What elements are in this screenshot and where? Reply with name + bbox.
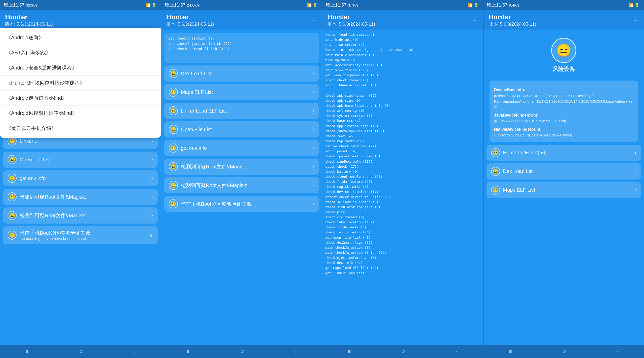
- speed-2: 24.6K/s: [187, 3, 200, 7]
- list-item-boot-fail[interactable]: 😐 当前手机Boot分区签名验证失败 the boot.img maybe ha…: [3, 226, 158, 244]
- risk-avatar-face: 😑: [556, 43, 572, 58]
- smiley-icon-p2-0: 😐: [169, 69, 178, 78]
- chevron-right-p1-5: ›: [151, 194, 153, 200]
- device-base-title: DeviceBaseInfo:: [494, 87, 634, 93]
- list-item-open-file[interactable]: 😐 Open File List ›: [3, 152, 158, 168]
- panel-3-log: hunter load lib success !anti hide api (…: [322, 30, 483, 345]
- list-item-root-1[interactable]: 😐 检测到可疑Root文件&Magisk: ›: [3, 189, 158, 205]
- card-label-p1-4: get env info: [20, 175, 46, 181]
- list-item-p2-openfile[interactable]: 😐 Open File List ›: [164, 121, 319, 137]
- menu-item-android-xmind[interactable]: 《Android逆向进阶xMind》: [0, 91, 161, 106]
- smiley-icon-p2-3: 😐: [169, 125, 178, 134]
- java-fingerprint-value: [a_78b0177d742261d1, b_2753cf418846c7df]: [494, 118, 634, 124]
- signal-3: 📶: [468, 3, 473, 8]
- smiley-icon-p1-2: 😐: [8, 136, 17, 146]
- menu-item-android-sandbox[interactable]: 《Android风控对抗沙箱xMind》: [0, 106, 161, 121]
- menu-icon-2[interactable]: ⋮: [310, 16, 317, 24]
- app-title-3: Hunter: [327, 13, 375, 21]
- panels-container: Hunter 版本: 5.6.3(2024-05-11) 《Android逆向》…: [0, 10, 644, 345]
- time-1: 晚上11:57: [4, 2, 24, 8]
- nav-back-1[interactable]: ‹: [134, 348, 135, 355]
- nav-segment-3: ≡ ○ ‹: [322, 345, 483, 358]
- app-header-3: Hunter 版本: 5.6.3(2024-05-11) ⋮: [322, 10, 483, 30]
- risk-device-section: 😑 风险设备: [487, 33, 641, 78]
- smiley-icon-p1-5: 😐: [8, 192, 17, 201]
- menu-item-android-reverse[interactable]: 《Android逆向》: [0, 30, 161, 45]
- speed-4: 9.4K/s: [509, 3, 520, 7]
- menu-item-moyunteng[interactable]: 《魔云腾云手机介绍》: [0, 121, 161, 136]
- status-bar: 晚上11:57 329K/s 📶 🔋 晚上11:57 24.6K/s 📶 🔋 晚…: [0, 0, 644, 10]
- device-base-value: (release/33)(23013RK75C/Redmi)[TKQ1.2209…: [494, 93, 634, 110]
- list-item-p2-boot[interactable]: 😐 当前手机Boot分区签名验证失败 ›: [164, 196, 319, 212]
- menu-icon-4[interactable]: ⋮: [632, 16, 639, 24]
- smiley-icon-p1-4: 😐: [8, 174, 17, 183]
- list-item-p2-root1[interactable]: 😐 检测到可疑Root文件&Magisk: ›: [164, 159, 319, 175]
- nav-menu-2[interactable]: ≡: [186, 348, 190, 355]
- nav-home-3[interactable]: ○: [401, 348, 405, 355]
- smiley-icon-p2-6: 😐: [169, 181, 178, 190]
- list-item-p4-maps[interactable]: 😐 Maps ELF List ›: [487, 182, 641, 198]
- card-label-p2-5: 检测到可疑Root文件&Magisk:: [181, 163, 248, 170]
- status-segment-2: 晚上11:57 24.6K/s 📶 🔋: [161, 0, 322, 10]
- smiley-icon-p1-6: 😐: [8, 211, 17, 220]
- card-label-p1-3: Open File List: [20, 157, 51, 163]
- list-item-p2-dex[interactable]: 😐 Dex Load List ›: [164, 65, 319, 82]
- nav-menu-1[interactable]: ≡: [25, 348, 29, 355]
- smiley-icon-p1-7: 😐: [8, 231, 17, 240]
- status-segment-1: 晚上11:57 329K/s 📶 🔋: [0, 0, 161, 10]
- battery-3: 🔋: [474, 3, 479, 8]
- card-label-p1-5: 检测到可疑Root文件&Magisk:: [20, 194, 86, 200]
- nav-home-4[interactable]: ○: [562, 348, 566, 355]
- native-fingerprint-value: c_NOv1NC53ND, c_NDo1NTA3Nzd-NDF-PTw/Pi]: [494, 132, 634, 138]
- list-item-get-env[interactable]: 😐 get env info ›: [3, 170, 158, 186]
- nav-menu-3[interactable]: ≡: [347, 348, 351, 355]
- nav-home-1[interactable]: ○: [79, 348, 83, 355]
- device-info-card: DeviceBaseInfo: (release/33)(23013RK75C/…: [490, 81, 638, 142]
- smiley-icon-p2-4: 😐: [169, 144, 178, 153]
- time-2: 晚上11:57: [165, 2, 185, 8]
- chevron-right-p4-0: ›: [635, 150, 636, 156]
- chevron-right-p1-4: ›: [151, 175, 153, 182]
- smiley-icon-p2-1: 😐: [169, 88, 178, 97]
- menu-icon-3[interactable]: ⋮: [471, 16, 478, 24]
- app-subtitle-1: 版本: 5.6.3(2024-05-11): [5, 21, 53, 27]
- list-item-p2-root2[interactable]: 😐 检测到可疑Root文件&Magisk: ›: [164, 177, 319, 193]
- signal-4: 📶: [629, 3, 634, 8]
- list-item-root-2[interactable]: 😐 检测到可疑Root文件&Magisk: ›: [3, 207, 158, 224]
- app-subtitle-3: 版本: 5.6.3(2024-05-11): [327, 21, 375, 27]
- smiley-icon-p4-2: 😐: [491, 186, 500, 195]
- smiley-icon-p1-3: 😐: [8, 155, 17, 164]
- card-label-p2-6: 检测到可疑Root文件&Magisk:: [181, 182, 248, 189]
- list-item-p2-maps[interactable]: 😐 Maps ELF List ›: [164, 84, 319, 100]
- nav-segment-1: ≡ ○ ‹: [0, 345, 161, 358]
- card-label-p2-2: Linker Load ELF List: [181, 108, 227, 114]
- menu-item-hunter-source[interactable]: 《Hunter源码&风控对抗沙箱课程》: [0, 76, 161, 91]
- nav-home-2[interactable]: ○: [240, 348, 244, 355]
- list-item-p2-linker[interactable]: 😐 Linker Load ELF List ›: [164, 103, 319, 119]
- dropdown-menu: 《Android逆向》 《AST入门与实战》 《Android安全&逆向进阶课程…: [0, 28, 161, 138]
- panel-1: Hunter 版本: 5.6.3(2024-05-11) 《Android逆向》…: [0, 10, 161, 345]
- list-item-p4-hunter[interactable]: 😐 HunterInitEvent(56) ›: [487, 145, 641, 161]
- nav-back-2[interactable]: ‹: [295, 348, 296, 355]
- card-sublabel-p1-7: the boot.img maybe have been patched: [20, 236, 90, 241]
- bottom-nav: ≡ ○ ‹ ≡ ○ ‹ ≡ ○ ‹ ≡ ○ ‹: [0, 345, 644, 358]
- time-4: 晚上11:57: [487, 2, 507, 8]
- chevron-right-p2-6: ›: [312, 182, 314, 189]
- chevron-right-p1-2: ›: [151, 138, 153, 144]
- log-full-text-3: hunter load lib success !anti hide api (…: [325, 32, 480, 276]
- menu-item-ast[interactable]: 《AST入门与实战》: [0, 45, 161, 60]
- nav-back-3[interactable]: ‹: [456, 348, 457, 355]
- nav-menu-4[interactable]: ≡: [509, 348, 512, 355]
- battery-2: 🔋: [313, 3, 318, 8]
- menu-item-android-security[interactable]: 《Android安全&逆向进阶课程》: [0, 60, 161, 76]
- app-subtitle-2: 版本: 5.6.3(2024-05-11): [166, 21, 214, 27]
- card-label-p2-7: 当前手机Boot分区签名验证失败: [181, 201, 252, 207]
- card-label-p2-1: Maps ELF List: [181, 89, 213, 95]
- nav-back-4[interactable]: ‹: [617, 348, 619, 355]
- list-item-p4-dex[interactable]: 😐 Dex Load List ›: [487, 163, 641, 180]
- chevron-right-p4-2: ›: [635, 187, 636, 193]
- card-label-p4-0: HunterInitEvent(56): [503, 150, 547, 156]
- chevron-right-p1-6: ›: [151, 212, 153, 219]
- list-item-p2-env[interactable]: 😐 get env info ›: [164, 140, 319, 156]
- smiley-icon-p4-1: 😐: [491, 167, 500, 176]
